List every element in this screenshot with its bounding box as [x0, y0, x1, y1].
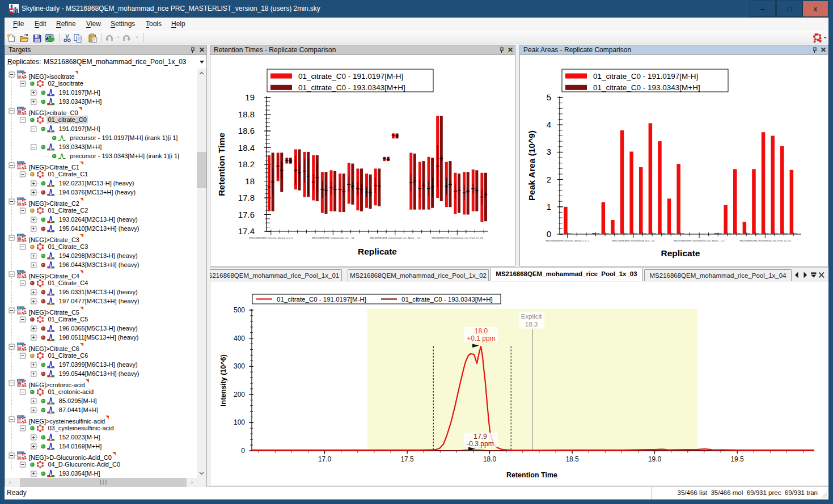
svg-text:01_citrate_C0 - 191.0197[M-H]: 01_citrate_C0 - 191.0197[M-H]: [593, 72, 698, 81]
svg-text:17.0: 17.0: [318, 455, 332, 463]
svg-text:400: 400: [234, 334, 245, 342]
svg-text:MS216868QEM_mohammad_rice__04: MS216868QEM_mohammad_rice__04: [312, 236, 354, 239]
svg-text:Explicit: Explicit: [521, 313, 542, 320]
svg-text:18.5: 18.5: [565, 455, 579, 463]
svg-text:3: 3: [547, 147, 551, 156]
svg-text:19.0: 19.0: [648, 455, 662, 463]
svg-text:Peak Area (10^9): Peak Area (10^9): [527, 130, 536, 201]
svg-text:01_citrate_C0 - 191.0197[M-H]: 01_citrate_C0 - 191.0197[M-H]: [298, 72, 403, 81]
svg-text:18.8: 18.8: [238, 109, 255, 119]
svg-text:18.0: 18.0: [475, 327, 488, 335]
svg-text:500: 500: [234, 306, 245, 314]
svg-text:Retention Time: Retention Time: [506, 471, 557, 479]
svg-text:18.2: 18.2: [238, 159, 255, 169]
svg-text:MS216868QEM_mohammad_rice_Blan: MS216868QEM_mohammad_rice_Blank_-_C1: [370, 236, 421, 239]
svg-text:4: 4: [547, 120, 551, 129]
svg-text:Intensity (10^6): Intensity (10^6): [219, 354, 227, 406]
svg-text:200: 200: [234, 391, 245, 399]
svg-text:Replicate: Replicate: [661, 248, 700, 258]
svg-text:MS216868QEM_mohammad_rice_Blan: MS216868QEM_mohammad_rice_Blank_-_C1: [674, 239, 725, 242]
svg-text:MS216868QEM_mohammad_rice_Pool: MS216868QEM_mohammad_rice_Pool_1x_03: [432, 236, 483, 239]
svg-text:17.8: 17.8: [238, 193, 255, 202]
svg-text:01_citrate_C0 - 193.0343[M+H]: 01_citrate_C0 - 193.0343[M+H]: [298, 83, 405, 92]
svg-text:5: 5: [547, 92, 551, 102]
svg-text:Replicate: Replicate: [358, 247, 397, 256]
svg-text:0: 0: [547, 229, 551, 239]
svg-text:2: 2: [547, 175, 551, 184]
svg-text:18.4: 18.4: [238, 143, 255, 153]
svg-text:18.3: 18.3: [525, 321, 538, 328]
svg-text:01_citrate_C0 - 193.0343[M+H]: 01_citrate_C0 - 193.0343[M+H]: [593, 83, 700, 92]
svg-text:1: 1: [547, 202, 551, 211]
svg-text:MS216868QEM_mohammad_rice__04: MS216868QEM_mohammad_rice__04: [612, 239, 655, 242]
svg-text:0: 0: [241, 447, 245, 455]
svg-text:MS216868QEM_heuristic_bleary_C: MS216868QEM_heuristic_bleary_C-C-1: [249, 236, 293, 239]
svg-text:17.4: 17.4: [238, 226, 255, 236]
svg-text:17.6: 17.6: [238, 210, 255, 219]
svg-text:18.6: 18.6: [238, 126, 255, 135]
svg-text:MS216868QEM_heuristic_bleary_C: MS216868QEM_heuristic_bleary_C-C-1: [546, 239, 590, 242]
svg-text:18: 18: [245, 176, 255, 186]
svg-text:Retention Time: Retention Time: [217, 133, 226, 196]
svg-text:18.0: 18.0: [483, 455, 497, 463]
svg-text:17.9: 17.9: [473, 433, 487, 441]
svg-text:01_citrate_C0 - 191.0197[M-H]: 01_citrate_C0 - 191.0197[M-H]: [277, 296, 366, 303]
svg-text:100: 100: [234, 418, 245, 426]
svg-text:01_citrate_C0 - 193.0343[M+H]: 01_citrate_C0 - 193.0343[M+H]: [401, 296, 493, 303]
svg-text:19.5: 19.5: [730, 455, 744, 463]
svg-text:+0.1 ppm: +0.1 ppm: [467, 334, 495, 342]
svg-text:19: 19: [245, 92, 255, 102]
svg-text:300: 300: [234, 362, 245, 370]
svg-text:17.5: 17.5: [400, 455, 414, 463]
svg-text:MS216868QEM_mohammad_rice_Pool: MS216868QEM_mohammad_rice_Pool_1x_03: [739, 239, 791, 242]
svg-text:-0.3 ppm: -0.3 ppm: [467, 440, 493, 448]
